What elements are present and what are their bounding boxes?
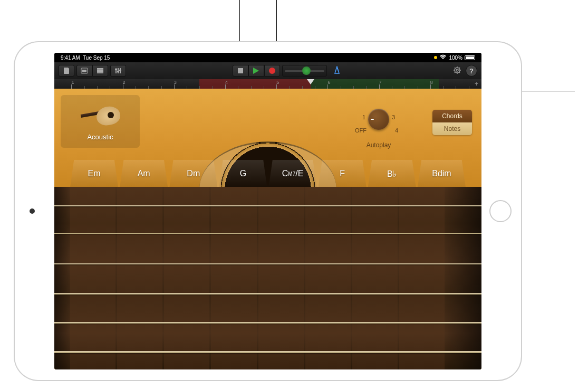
acoustic-guitar-icon xyxy=(81,102,120,129)
status-bar: 9:41 AM Tue Sep 15 100% xyxy=(54,53,481,62)
svg-rect-9 xyxy=(117,71,119,72)
battery-icon xyxy=(465,55,475,60)
fret-column[interactable] xyxy=(117,187,162,369)
notes-mode-button[interactable]: Notes xyxy=(432,122,472,135)
chord-am[interactable]: Am xyxy=(120,160,168,187)
playhead[interactable] xyxy=(307,79,314,84)
autoplay-knob[interactable] xyxy=(368,109,389,130)
record-button[interactable] xyxy=(264,65,280,77)
chord-f[interactable]: F xyxy=(319,160,367,187)
fret-columns xyxy=(70,187,445,369)
transport-controls xyxy=(233,65,280,77)
autoplay-control: OFF 1 2 3 4 Autoplay xyxy=(355,105,402,149)
ruler-tick xyxy=(174,84,175,89)
svg-rect-1 xyxy=(82,70,86,72)
control-bar: ? xyxy=(54,62,481,79)
sound-preset-button[interactable]: Acoustic xyxy=(61,95,140,148)
fretboard[interactable] xyxy=(54,187,481,369)
chord-em[interactable]: Em xyxy=(70,160,118,187)
chord-g[interactable]: G xyxy=(219,160,267,187)
svg-rect-6 xyxy=(118,68,119,73)
help-button[interactable]: ? xyxy=(466,65,477,77)
play-button[interactable] xyxy=(248,65,264,77)
front-camera xyxy=(30,208,35,214)
fret-column[interactable] xyxy=(164,187,209,369)
svg-rect-3 xyxy=(97,70,103,72)
svg-rect-4 xyxy=(97,72,103,73)
fretboard-shadow-right xyxy=(445,187,481,369)
chord-b[interactable]: B♭ xyxy=(368,160,416,187)
slider-thumb[interactable] xyxy=(302,67,311,75)
my-songs-button[interactable] xyxy=(59,65,74,77)
chords-mode-button[interactable]: Chords xyxy=(432,110,472,122)
wifi-icon xyxy=(439,54,447,61)
chord-bdim[interactable]: Bdim xyxy=(418,160,466,187)
string-3[interactable] xyxy=(54,263,481,264)
fretboard-shadow-left xyxy=(54,187,70,369)
location-dot-icon xyxy=(434,56,437,59)
chord-strip: EmAmDmGCM7/EFB♭Bdim xyxy=(54,160,481,187)
fret-column[interactable] xyxy=(305,187,351,369)
add-section-button[interactable]: + xyxy=(475,80,478,88)
svg-rect-5 xyxy=(115,68,117,73)
string-1[interactable] xyxy=(54,205,481,206)
battery-percent: 100% xyxy=(449,55,462,61)
ruler-tick xyxy=(276,84,277,89)
ruler[interactable]: 12345678 + xyxy=(54,79,481,89)
fret-column[interactable] xyxy=(258,187,304,369)
fret-column[interactable] xyxy=(352,187,398,369)
preset-label: Acoustic xyxy=(87,133,113,141)
home-button[interactable] xyxy=(489,200,512,222)
settings-button[interactable] xyxy=(451,65,464,77)
record-icon xyxy=(269,68,275,74)
ruler-tick xyxy=(430,84,431,89)
tracks-button[interactable] xyxy=(92,65,108,77)
ruler-tick xyxy=(123,84,123,89)
autoplay-label: Autoplay xyxy=(355,141,402,149)
browser-button[interactable] xyxy=(76,65,92,77)
status-right: 100% xyxy=(434,54,475,61)
screen: 9:41 AM Tue Sep 15 100% xyxy=(54,53,481,369)
ruler-tick xyxy=(379,84,380,89)
gear-icon xyxy=(453,66,461,76)
view-toggle xyxy=(76,65,108,77)
string-2[interactable] xyxy=(54,233,481,234)
mixer-button[interactable] xyxy=(110,65,126,77)
ipad-device-frame: 9:41 AM Tue Sep 15 100% xyxy=(15,42,521,380)
svg-rect-8 xyxy=(115,69,117,70)
fret-column[interactable] xyxy=(211,187,256,369)
chord-cm7e[interactable]: CM7/E xyxy=(269,160,317,187)
help-icon: ? xyxy=(469,67,474,75)
string-4[interactable] xyxy=(54,293,481,295)
ruler-tick xyxy=(327,84,328,89)
svg-rect-10 xyxy=(119,70,121,71)
master-volume-slider[interactable] xyxy=(282,65,327,77)
autoplay-knob-labels: OFF 1 2 3 4 xyxy=(355,109,402,140)
metronome-button[interactable] xyxy=(329,65,345,77)
svg-rect-2 xyxy=(97,68,103,70)
chord-dm[interactable]: Dm xyxy=(169,160,217,187)
play-icon xyxy=(253,68,259,74)
fret-column[interactable] xyxy=(399,187,445,369)
string-5[interactable] xyxy=(54,322,481,324)
string-6[interactable] xyxy=(54,351,481,353)
ruler-tick xyxy=(71,84,72,89)
metronome-icon xyxy=(333,66,341,76)
guitar-body-panel: Acoustic OFF 1 2 3 4 Autoplay Chords xyxy=(54,89,481,194)
ruler-tick xyxy=(225,84,226,89)
playhead-icon xyxy=(307,79,314,84)
chords-notes-toggle: Chords Notes xyxy=(432,110,472,135)
stop-icon xyxy=(238,68,243,73)
stop-button[interactable] xyxy=(233,65,248,77)
fret-column[interactable] xyxy=(70,187,115,369)
ruler-region-recorded xyxy=(199,79,311,89)
svg-point-13 xyxy=(456,69,458,71)
status-time: 9:41 AM Tue Sep 15 xyxy=(61,55,110,61)
touch-instrument: Acoustic OFF 1 2 3 4 Autoplay Chords xyxy=(54,89,481,369)
